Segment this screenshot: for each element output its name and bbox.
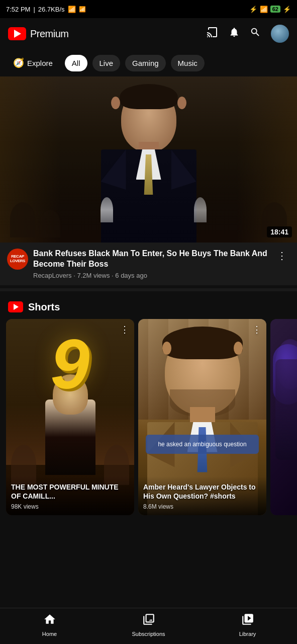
youtube-play-icon bbox=[14, 30, 21, 38]
shorts-section: Shorts 9 bbox=[0, 294, 297, 523]
header-icons bbox=[207, 25, 289, 43]
notifications-button[interactable] bbox=[229, 27, 240, 41]
library-label: Library bbox=[239, 631, 256, 637]
status-bar: 7:52 PM | 26.7KB/s 📶 📶 ⚡ 📶 62 ⚡ bbox=[0, 0, 297, 18]
filter-bar: 🧭 Explore All Live Gaming Music bbox=[0, 49, 297, 76]
section-divider bbox=[0, 288, 297, 291]
filter-music[interactable]: Music bbox=[171, 55, 205, 71]
logo-text: Premium bbox=[30, 28, 69, 40]
user-avatar[interactable] bbox=[271, 25, 289, 43]
wifi-icon: 📶 bbox=[260, 6, 268, 13]
live-label: Live bbox=[100, 59, 114, 67]
all-label: All bbox=[72, 59, 80, 67]
filter-all[interactable]: All bbox=[65, 55, 87, 71]
shorts-row: 9 ⋮ THE MOST POWERFUL MINU bbox=[0, 319, 297, 515]
battery-indicator: 62 bbox=[270, 6, 280, 13]
signal-icon2: 📶 bbox=[79, 6, 86, 13]
video-duration: 18:41 bbox=[267, 226, 292, 237]
home-label: Home bbox=[42, 631, 57, 637]
short1-overlay: THE MOST POWERFUL MINUTE OF CAMILL... 98… bbox=[6, 476, 134, 515]
short1-title: THE MOST POWERFUL MINUTE OF CAMILL... bbox=[11, 482, 129, 501]
filter-live[interactable]: Live bbox=[92, 55, 121, 71]
video-more-button[interactable]: ⋮ bbox=[274, 249, 290, 263]
short2-views: 8.6M views bbox=[143, 503, 261, 510]
video-meta: Bank Refuses Black Man To Enter, So He B… bbox=[33, 249, 269, 279]
short2-overlay: Amber Heard's Lawyer Objects to His Own … bbox=[138, 476, 266, 515]
nav-library[interactable]: Library bbox=[198, 613, 297, 637]
video-title: Bank Refuses Black Man To Enter, So He B… bbox=[33, 249, 269, 270]
logo-text-group: Premium bbox=[30, 28, 69, 40]
explore-label: Explore bbox=[27, 59, 53, 67]
search-button[interactable] bbox=[250, 27, 261, 41]
short-thumb-2: he asked an ambiguous question ⋮ Amber H… bbox=[138, 319, 266, 515]
short-thumb-3 bbox=[270, 319, 297, 515]
status-right: ⚡ 📶 62 ⚡ bbox=[249, 6, 291, 13]
charging-icon: ⚡ bbox=[283, 6, 291, 13]
logo-area: Premium bbox=[8, 27, 69, 40]
short-card-1[interactable]: 9 ⋮ THE MOST POWERFUL MINU bbox=[6, 319, 134, 515]
nav-subscriptions[interactable]: Subscriptions bbox=[99, 613, 198, 637]
signal-icon1: 📶 bbox=[68, 6, 76, 13]
subscriptions-icon bbox=[142, 613, 155, 629]
short-card-3[interactable] bbox=[270, 319, 297, 515]
short1-more-button[interactable]: ⋮ bbox=[120, 324, 129, 335]
network-data: 26.7KB/s bbox=[38, 6, 65, 13]
short-card-2[interactable]: he asked an ambiguous question ⋮ Amber H… bbox=[138, 319, 266, 515]
filter-gaming[interactable]: Gaming bbox=[125, 55, 166, 71]
filter-explore[interactable]: 🧭 Explore bbox=[6, 53, 60, 72]
channel-avatar[interactable]: RECAP LOVERS bbox=[7, 249, 28, 270]
subscriptions-label: Subscriptions bbox=[132, 631, 165, 637]
video-meta-line: RecapLovers · 7.2M views · 6 days ago bbox=[33, 272, 269, 279]
nav-home[interactable]: Home bbox=[0, 613, 99, 637]
short-thumb-1: 9 ⋮ THE MOST POWERFUL MINU bbox=[6, 319, 134, 515]
time: 7:52 PM bbox=[6, 6, 30, 13]
gaming-label: Gaming bbox=[132, 59, 159, 67]
video-info: RECAP LOVERS Bank Refuses Black Man To E… bbox=[0, 243, 297, 285]
short2-caption: he asked an ambiguous question bbox=[146, 435, 259, 454]
youtube-logo bbox=[8, 27, 26, 40]
app-header: Premium bbox=[0, 18, 297, 49]
hero-thumbnail: 18:41 bbox=[0, 76, 297, 243]
music-label: Music bbox=[178, 59, 197, 67]
bottom-nav: Home Subscriptions Library bbox=[0, 608, 297, 644]
library-icon bbox=[241, 613, 254, 629]
shorts-logo bbox=[8, 301, 23, 312]
home-icon bbox=[43, 613, 56, 629]
shorts-header: Shorts bbox=[0, 294, 297, 319]
short2-more-button[interactable]: ⋮ bbox=[252, 324, 261, 335]
status-left: 7:52 PM | 26.7KB/s 📶 📶 bbox=[6, 6, 86, 13]
short1-views: 98K views bbox=[11, 503, 129, 510]
cast-button[interactable] bbox=[207, 27, 219, 40]
shorts-title: Shorts bbox=[28, 301, 60, 313]
hero-video[interactable]: 18:41 RECAP LOVERS Bank Refuses Black Ma… bbox=[0, 76, 297, 285]
network-speed: | bbox=[33, 6, 35, 13]
short2-title: Amber Heard's Lawyer Objects to His Own … bbox=[143, 482, 261, 501]
avatar-image bbox=[271, 25, 289, 43]
compass-icon: 🧭 bbox=[13, 57, 24, 68]
shorts-logo-play-icon bbox=[14, 304, 19, 310]
bluetooth-icon: ⚡ bbox=[249, 6, 257, 13]
